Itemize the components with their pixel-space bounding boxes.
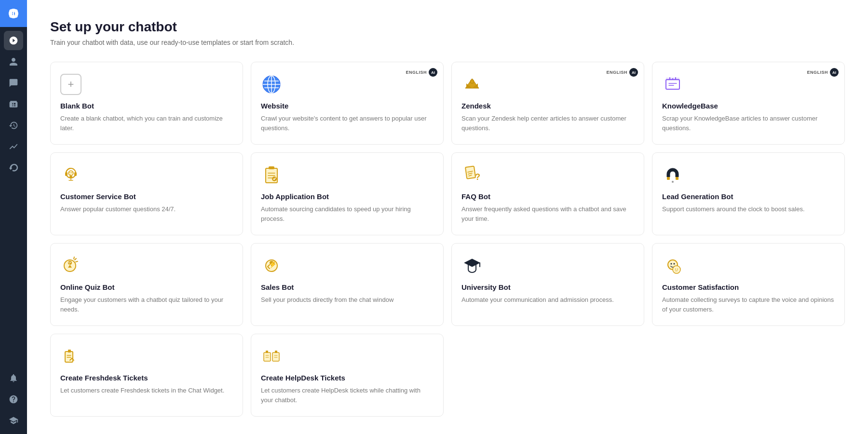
zendesk-icon: [461, 74, 483, 95]
badge-english-label: ENGLISH: [406, 70, 427, 75]
headset-icon: [60, 164, 81, 186]
university-icon: [461, 255, 483, 276]
card-blank-bot[interactable]: + Blank Bot Create a blank chatbot, whic…: [50, 62, 243, 145]
svg-point-41: [677, 269, 678, 270]
sidebar-bottom: [4, 365, 23, 434]
svg-point-37: [671, 263, 672, 265]
helpdesk-icon: [261, 346, 282, 367]
svg-point-38: [674, 263, 675, 265]
card-badges: ENGLISH AI: [406, 68, 437, 77]
freshdesk-icon: [60, 346, 81, 367]
card-desc: Scrap your KnowledgeBase articles to ans…: [662, 114, 835, 133]
card-desc: Answer popular customer questions 24/7.: [60, 204, 233, 214]
card-online-quiz[interactable]: Online Quiz Bot Engage your customers wi…: [50, 243, 243, 326]
sidebar-nav: [4, 27, 23, 365]
card-faq[interactable]: ? FAQ Bot Answer frequently asked questi…: [451, 152, 644, 235]
sidebar-logo[interactable]: [0, 0, 27, 27]
svg-point-40: [675, 269, 676, 270]
svg-rect-49: [275, 351, 277, 353]
sidebar-item-analytics[interactable]: [4, 137, 23, 156]
svg-rect-48: [272, 353, 279, 361]
bot-grid: + Blank Bot Create a blank chatbot, whic…: [50, 62, 845, 417]
card-desc: Sell your products directly from the cha…: [261, 295, 434, 305]
satisfaction-icon: [662, 255, 683, 276]
card-desc: Automate your communication and admissio…: [461, 295, 634, 305]
card-title: Zendesk: [461, 102, 634, 110]
svg-rect-16: [269, 166, 274, 169]
badge-ai-label: AI: [429, 68, 437, 77]
card-desc: Crawl your website's content to get answ…: [261, 114, 434, 133]
svg-rect-47: [266, 351, 268, 353]
svg-point-32: [70, 262, 71, 263]
svg-point-31: [68, 262, 69, 263]
card-title: Online Quiz Bot: [60, 283, 233, 291]
card-website[interactable]: ENGLISH AI Website Crawl your website's …: [251, 62, 444, 145]
card-lead-generation[interactable]: Lead Generation Bot Support customers ar…: [652, 152, 845, 235]
card-desc: Scan your Zendesk help center articles t…: [461, 114, 634, 133]
svg-rect-27: [676, 177, 678, 180]
card-desc: Let customers create HelpDesk tickets wh…: [261, 386, 434, 405]
svg-point-39: [673, 266, 680, 273]
svg-point-28: [672, 181, 674, 183]
card-title: Lead Generation Bot: [662, 192, 835, 201]
svg-point-14: [71, 172, 72, 173]
svg-rect-42: [65, 352, 73, 362]
svg-rect-26: [667, 177, 670, 180]
card-university[interactable]: University Bot Automate your communicati…: [451, 243, 644, 326]
sidebar-item-inbox[interactable]: [4, 31, 23, 50]
svg-rect-46: [264, 353, 271, 361]
card-title: KnowledgeBase: [662, 102, 835, 110]
card-knowledgebase[interactable]: ENGLISH AI KnowledgeBase Scrap your Know…: [652, 62, 845, 145]
page-subtitle: Train your chatbot with data, use our re…: [50, 39, 845, 46]
card-desc: Engage your customers with a chatbot qui…: [60, 295, 233, 314]
svg-rect-7: [666, 78, 679, 81]
plus-icon: +: [60, 74, 81, 95]
card-freshdesk[interactable]: Create Freshdesk Tickets Let customers c…: [50, 334, 243, 417]
card-title: Sales Bot: [261, 283, 434, 291]
svg-text:?: ?: [475, 172, 480, 182]
card-title: Blank Bot: [60, 102, 233, 110]
sidebar: [0, 0, 27, 434]
sidebar-item-bots[interactable]: [4, 158, 23, 177]
card-title: Customer Service Bot: [60, 192, 233, 201]
card-title: Website: [261, 102, 434, 110]
card-badges: ENGLISH AI: [807, 68, 839, 77]
sales-icon: ⚡: [261, 255, 282, 276]
page-title: Set up your chatbot: [50, 19, 845, 35]
card-desc: Answer frequently asked questions with a…: [461, 204, 634, 223]
card-customer-service[interactable]: Customer Service Bot Answer popular cust…: [50, 152, 243, 235]
svg-point-11: [69, 176, 72, 178]
sidebar-item-chat[interactable]: [4, 73, 23, 93]
svg-rect-9: [65, 172, 68, 176]
faq-icon: ?: [461, 164, 483, 186]
globe-icon: [261, 74, 282, 95]
sidebar-item-help[interactable]: [4, 390, 23, 409]
card-title: Create HelpDesk Tickets: [261, 374, 434, 382]
svg-point-5: [470, 80, 474, 83]
badge-english-label: ENGLISH: [807, 70, 828, 75]
card-desc: Automate sourcing candidates to speed up…: [261, 204, 434, 223]
card-badges: ENGLISH AI: [606, 68, 638, 77]
knowledgebase-icon: [662, 74, 683, 95]
sidebar-item-products[interactable]: [4, 95, 23, 114]
card-sales[interactable]: ⚡ Sales Bot Sell your products directly …: [251, 243, 444, 326]
card-job-application[interactable]: Job Application Bot Automate sourcing ca…: [251, 152, 444, 235]
svg-text:⚡: ⚡: [269, 260, 277, 269]
card-desc: Let customers create Freshdesk tickets i…: [60, 386, 233, 395]
svg-point-30: [68, 261, 72, 265]
job-icon: [261, 164, 282, 186]
sidebar-item-notifications[interactable]: [4, 368, 23, 388]
card-zendesk[interactable]: ENGLISH AI Zendesk Scan your Zendesk hel…: [451, 62, 644, 145]
card-customer-satisfaction[interactable]: Customer Satisfaction Automate collectin…: [652, 243, 845, 326]
sidebar-item-history[interactable]: [4, 116, 23, 135]
svg-rect-43: [68, 350, 71, 353]
card-desc: Support customers around the clock to bo…: [662, 204, 835, 214]
card-helpdesk[interactable]: Create HelpDesk Tickets Let customers cr…: [251, 334, 444, 417]
sidebar-item-contacts[interactable]: [4, 52, 23, 71]
card-title: Job Application Bot: [261, 192, 434, 201]
svg-rect-6: [666, 80, 679, 89]
sidebar-item-academy[interactable]: [4, 411, 23, 430]
quiz-icon: [60, 255, 81, 276]
svg-rect-21: [465, 166, 475, 178]
svg-point-13: [69, 172, 70, 173]
